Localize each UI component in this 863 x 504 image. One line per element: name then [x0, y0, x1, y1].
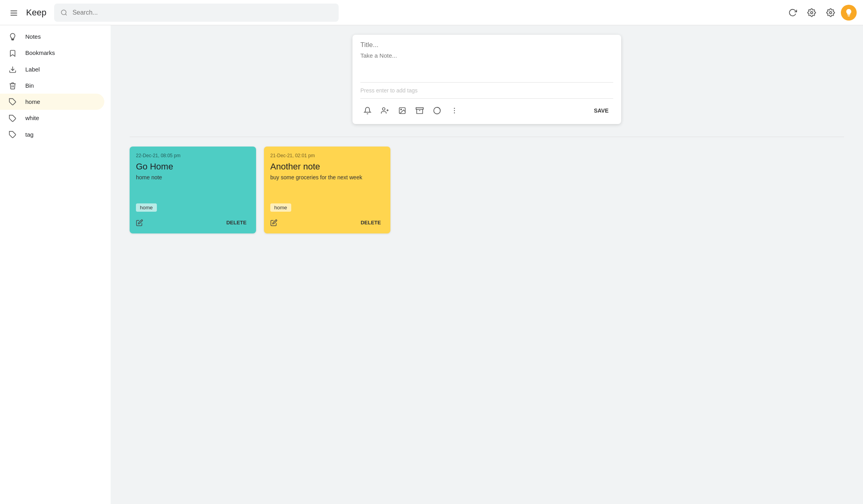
svg-point-21	[454, 113, 455, 114]
note-1-timestamp: 22-Dec-21, 08:05 pm	[136, 153, 250, 158]
sidebar-item-home[interactable]: home	[0, 94, 104, 110]
avatar[interactable]	[841, 5, 857, 21]
note-2-body: buy some groceries for the next week	[270, 174, 384, 199]
svg-point-11	[383, 108, 385, 111]
add-image-button[interactable]	[395, 103, 409, 118]
sidebar-label-label: Label	[25, 66, 40, 73]
archive-button[interactable]	[413, 103, 427, 118]
note-1-tag[interactable]: home	[136, 203, 157, 212]
add-collaborator-button[interactable]	[378, 103, 392, 118]
svg-point-3	[62, 10, 66, 15]
color-picker-button[interactable]	[430, 103, 444, 118]
composer-toolbar: SAVE	[360, 103, 613, 118]
sidebar-item-white[interactable]: white	[0, 110, 104, 126]
sidebar-item-notes[interactable]: Notes	[0, 28, 104, 45]
note-1-title: Go Home	[136, 162, 250, 172]
composer-tags-input[interactable]: Press enter to add tags	[360, 87, 613, 94]
save-button[interactable]: SAVE	[589, 105, 613, 116]
note-1-actions: DELETE	[136, 218, 250, 227]
sidebar-item-bin[interactable]: Bin	[0, 77, 104, 94]
sidebar-home-label: home	[25, 98, 40, 105]
sidebar-tag-label: tag	[25, 131, 34, 138]
svg-rect-16	[416, 108, 423, 109]
search-bar[interactable]	[54, 4, 339, 22]
notes-grid: 22-Dec-21, 08:05 pm Go Home home note ho…	[130, 147, 844, 233]
label-download-icon	[8, 65, 17, 73]
svg-line-4	[66, 14, 67, 15]
add-reminder-button[interactable]	[360, 103, 375, 118]
note-2-actions: DELETE	[270, 218, 384, 227]
sidebar-bookmarks-label: Bookmarks	[25, 49, 55, 56]
notes-icon	[8, 32, 17, 41]
header: Keep	[0, 0, 863, 25]
header-actions	[784, 4, 857, 21]
tag-icon	[8, 130, 17, 139]
svg-point-20	[454, 110, 455, 111]
note-2-title: Another note	[270, 162, 384, 172]
note-1-body: home note	[136, 174, 250, 199]
svg-point-5	[810, 11, 813, 14]
app-logo: Keep	[26, 8, 46, 18]
note-2-tag[interactable]: home	[270, 203, 291, 212]
notes-section-divider	[130, 137, 844, 137]
settings-icon-1[interactable]	[803, 4, 820, 21]
sidebar-item-bookmarks[interactable]: Bookmarks	[0, 45, 104, 61]
sidebar-item-tag[interactable]: tag	[0, 126, 104, 143]
settings-icon-2[interactable]	[822, 4, 839, 21]
sidebar-bin-label: Bin	[25, 82, 34, 89]
note-1-delete-button[interactable]: DELETE	[223, 218, 250, 227]
sidebar-white-label: white	[25, 115, 39, 121]
note-card-2: 21-Dec-21, 02:01 pm Another note buy som…	[264, 147, 390, 233]
sidebar-item-label[interactable]: Label	[0, 61, 104, 77]
menu-icon[interactable]	[6, 4, 21, 21]
svg-point-19	[454, 108, 455, 109]
composer-body-input[interactable]	[360, 52, 613, 76]
note-composer: Press enter to add tags	[352, 35, 621, 124]
composer-title-input[interactable]	[360, 41, 613, 49]
more-options-button[interactable]	[447, 103, 462, 118]
note-2-delete-button[interactable]: DELETE	[358, 218, 384, 227]
composer-divider-2	[360, 98, 613, 99]
white-tag-icon	[8, 114, 17, 122]
sidebar: Notes Bookmarks Label Bin home	[0, 25, 111, 504]
bookmarks-icon	[8, 49, 17, 57]
svg-point-6	[829, 11, 832, 14]
note-1-edit-button[interactable]	[136, 218, 143, 227]
note-card-1: 22-Dec-21, 08:05 pm Go Home home note ho…	[130, 147, 256, 233]
home-tag-icon	[8, 98, 17, 106]
note-2-timestamp: 21-Dec-21, 02:01 pm	[270, 153, 384, 158]
bin-icon	[8, 81, 17, 90]
svg-point-15	[401, 109, 402, 110]
search-input[interactable]	[72, 9, 332, 16]
content-area: Press enter to add tags	[111, 25, 863, 504]
search-icon	[60, 8, 68, 17]
sidebar-notes-label: Notes	[25, 33, 41, 40]
main-layout: Notes Bookmarks Label Bin home	[0, 25, 863, 504]
refresh-button[interactable]	[784, 4, 801, 21]
note-2-edit-button[interactable]	[270, 218, 277, 227]
composer-divider-1	[360, 82, 613, 83]
